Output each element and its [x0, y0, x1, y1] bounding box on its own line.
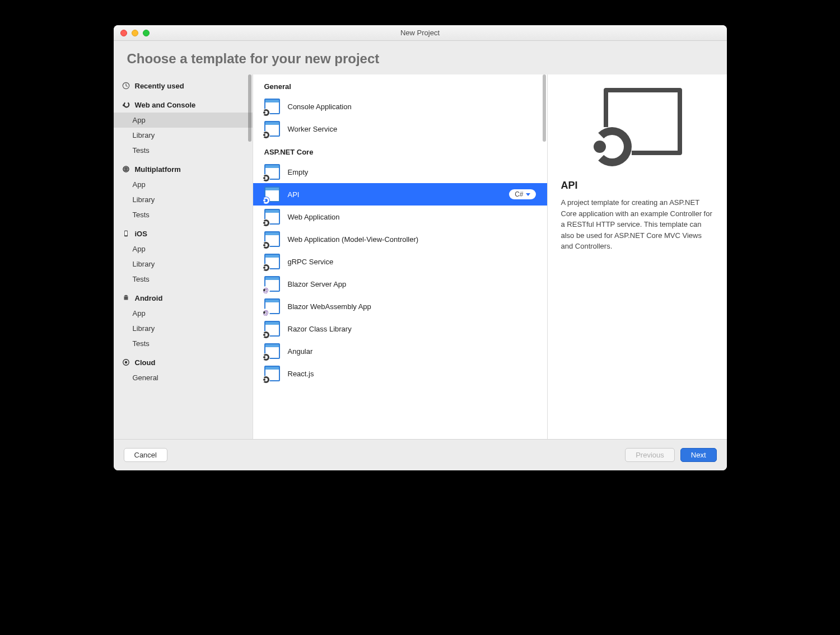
template-console-application[interactable]: Console Application: [253, 95, 547, 118]
dotnet-icon: [122, 100, 130, 109]
sidebar-item-tests[interactable]: Tests: [114, 336, 253, 351]
project-icon: [264, 99, 280, 114]
previous-button[interactable]: Previous: [625, 448, 675, 462]
template-web-application[interactable]: Web Application: [253, 206, 547, 228]
template-preview-icon: [587, 88, 688, 166]
sidebar-item-library[interactable]: Library: [114, 256, 253, 272]
project-icon: [264, 343, 280, 359]
template-group-general: General: [253, 74, 547, 95]
template-angular[interactable]: Angular: [253, 340, 547, 362]
chevron-down-icon: [526, 193, 530, 196]
project-icon: [264, 121, 280, 137]
category-sidebar: Recently used Web and Console App Librar…: [114, 74, 253, 439]
sidebar-item-app[interactable]: App: [114, 177, 253, 192]
template-api[interactable]: API C#: [253, 183, 547, 206]
blazor-icon: @: [264, 276, 280, 292]
sidebar-item-tests[interactable]: Tests: [114, 143, 253, 158]
sidebar-section-ios[interactable]: iOS: [114, 222, 253, 241]
template-label: React.js: [288, 370, 536, 378]
template-grpc-service[interactable]: gRPC Service: [253, 250, 547, 273]
sidebar-section-label: iOS: [135, 230, 147, 238]
template-label: Web Application (Model-View-Controller): [288, 235, 536, 244]
android-icon: [122, 293, 130, 302]
sidebar-item-library[interactable]: Library: [114, 128, 253, 143]
project-icon: [264, 321, 280, 337]
sidebar-item-tests[interactable]: Tests: [114, 207, 253, 222]
template-label: Razor Class Library: [288, 325, 536, 333]
project-icon: [264, 209, 280, 225]
page-heading: Choose a template for your new project: [127, 51, 713, 67]
template-group-aspnet: ASP.NET Core: [253, 140, 547, 161]
template-label: Angular: [288, 347, 536, 356]
zoom-window-button[interactable]: [143, 30, 150, 36]
template-blazor-wasm[interactable]: @ Blazor WebAssembly App: [253, 295, 547, 318]
template-label: Empty: [288, 168, 536, 176]
new-project-dialog: New Project Choose a template for your n…: [114, 25, 727, 470]
detail-title: API: [561, 180, 713, 192]
sidebar-section-multiplatform[interactable]: Multiplatform: [114, 158, 253, 177]
template-label: Worker Service: [288, 125, 536, 133]
sidebar-section-label: Cloud: [135, 358, 156, 367]
svg-point-8: [124, 361, 127, 363]
template-web-application-mvc[interactable]: Web Application (Model-View-Controller): [253, 228, 547, 250]
dialog-footer: Cancel Previous Next: [114, 439, 727, 470]
sidebar-section-label: Web and Console: [135, 101, 196, 109]
template-empty[interactable]: Empty: [253, 161, 547, 183]
template-details: API A project template for creating an A…: [548, 74, 727, 439]
sidebar-item-app[interactable]: App: [114, 306, 253, 321]
svg-point-1: [124, 102, 129, 108]
minimize-window-button[interactable]: [132, 30, 138, 36]
template-label: Console Application: [288, 102, 536, 111]
phone-icon: [122, 229, 130, 238]
dialog-body: Recently used Web and Console App Librar…: [114, 74, 727, 439]
project-icon: [264, 254, 280, 269]
sidebar-section-label: Multiplatform: [135, 165, 181, 174]
language-selector[interactable]: C#: [509, 189, 535, 199]
titlebar: New Project: [114, 25, 727, 41]
svg-point-6: [127, 296, 127, 297]
next-button[interactable]: Next: [680, 448, 717, 462]
project-icon: [264, 366, 280, 381]
template-blazor-server[interactable]: @ Blazor Server App: [253, 273, 547, 295]
window-title: New Project: [114, 29, 727, 37]
template-label: API: [288, 190, 502, 199]
blazor-icon: @: [264, 298, 280, 314]
dialog-header: Choose a template for your new project: [114, 41, 727, 74]
svg-point-5: [124, 296, 125, 297]
multiplatform-icon: [122, 165, 130, 174]
sidebar-item-tests[interactable]: Tests: [114, 272, 253, 287]
template-reactjs[interactable]: React.js: [253, 362, 547, 385]
detail-description: A project template for creating an ASP.N…: [561, 197, 713, 252]
sidebar-item-app[interactable]: App: [114, 113, 253, 128]
project-icon: [264, 164, 280, 180]
sidebar-item-library[interactable]: Library: [114, 192, 253, 207]
template-list: General Console Application Worker Servi…: [253, 74, 548, 439]
svg-point-2: [122, 104, 124, 106]
template-worker-service[interactable]: Worker Service: [253, 118, 547, 140]
svg-rect-4: [124, 231, 127, 236]
sidebar-scrollbar[interactable]: [248, 74, 251, 142]
sidebar-section-android[interactable]: Android: [114, 287, 253, 306]
template-razor-class-library[interactable]: Razor Class Library: [253, 318, 547, 340]
project-icon: [264, 186, 280, 202]
sidebar-item-library[interactable]: Library: [114, 321, 253, 336]
sidebar-section-label: Android: [135, 294, 163, 302]
template-label: Web Application: [288, 213, 536, 221]
project-icon: [264, 231, 280, 247]
close-window-button[interactable]: [120, 30, 127, 36]
template-label: gRPC Service: [288, 258, 536, 266]
template-label: Blazor Server App: [288, 280, 536, 288]
window-controls: [114, 30, 150, 36]
language-label: C#: [515, 190, 523, 198]
clock-icon: [122, 81, 130, 90]
cloud-icon: [122, 358, 130, 367]
cancel-button[interactable]: Cancel: [124, 448, 167, 462]
sidebar-section-cloud[interactable]: Cloud: [114, 351, 253, 370]
sidebar-recently-used[interactable]: Recently used: [114, 74, 253, 94]
sidebar-section-web-and-console[interactable]: Web and Console: [114, 94, 253, 113]
sidebar-item-app[interactable]: App: [114, 241, 253, 256]
sidebar-recently-used-label: Recently used: [135, 82, 184, 90]
sidebar-item-general[interactable]: General: [114, 370, 253, 385]
template-label: Blazor WebAssembly App: [288, 302, 536, 311]
template-scrollbar[interactable]: [543, 74, 546, 142]
